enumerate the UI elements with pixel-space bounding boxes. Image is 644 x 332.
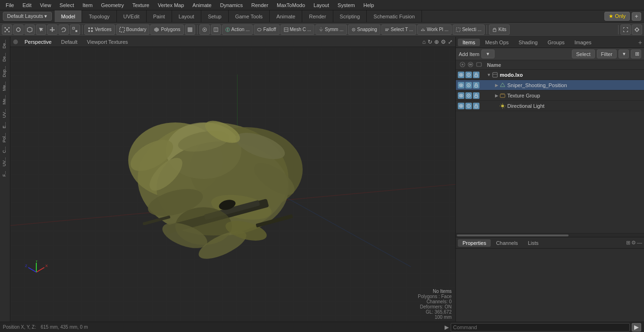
lock-icon-3[interactable]	[473, 103, 479, 109]
tab-groups[interactable]: Groups	[543, 39, 569, 46]
menu-animate[interactable]: Animate	[189, 1, 215, 9]
add-layout-button[interactable]: +	[632, 12, 641, 21]
menu-render[interactable]: Render	[248, 1, 272, 9]
viewport-textures-tab[interactable]: Viewport Textures	[84, 39, 131, 45]
expand-icon-0[interactable]: ▼	[486, 72, 492, 78]
menu-item[interactable]: Item	[79, 1, 96, 9]
tab-layout[interactable]: Layout	[172, 10, 201, 22]
toolbar-small-2[interactable]	[211, 24, 221, 35]
tab-properties[interactable]: Properties	[458, 239, 491, 247]
tab-images[interactable]: Images	[570, 39, 596, 46]
select-button[interactable]: Select	[572, 49, 595, 58]
viewport-nav-maximize[interactable]: ⤢	[448, 39, 453, 45]
symmetry-button[interactable]: Symm ...	[315, 24, 347, 35]
tab-model[interactable]: Model	[55, 10, 83, 22]
lock-icon-2[interactable]	[473, 92, 479, 99]
vertices-button[interactable]: Vertices	[84, 24, 115, 35]
toolbar-move-icon[interactable]	[47, 24, 58, 35]
viewport-options-button[interactable]	[632, 24, 642, 35]
workplane-button[interactable]: Work Pl ...	[417, 24, 452, 35]
item-row-3[interactable]: Directional Light	[456, 101, 644, 111]
sidebar-tab-pol[interactable]: Pol...	[1, 131, 9, 145]
toolbar-select-icon[interactable]	[36, 24, 46, 35]
lock-icon-1[interactable]	[473, 82, 479, 89]
menu-view[interactable]: View	[36, 1, 55, 9]
tab-items[interactable]: Items	[458, 39, 480, 46]
tab-mesh-ops[interactable]: Mesh Ops	[480, 39, 513, 46]
menu-texture[interactable]: Texture	[129, 1, 153, 9]
viewport-nav-zoom[interactable]: ⊕	[434, 39, 439, 45]
maximize-viewport-button[interactable]	[620, 24, 631, 35]
eye-icon-0[interactable]	[458, 72, 464, 78]
expand-icon-1[interactable]: ▶	[494, 82, 499, 88]
perspective-tab[interactable]: Perspective	[22, 39, 54, 45]
command-input[interactable]	[451, 323, 630, 332]
render-icon-3[interactable]	[465, 103, 472, 109]
action-button[interactable]: Action ...	[222, 24, 253, 35]
items-expand-button[interactable]: ⊞	[631, 49, 641, 58]
toolbar-small-1[interactable]	[199, 24, 210, 35]
viewport-3d[interactable]: No Items Polygons : Face Channels: 0 Def…	[10, 47, 455, 322]
item-row-0[interactable]: ▼ modo.lxo	[456, 70, 644, 80]
tab-setup[interactable]: Setup	[201, 10, 229, 22]
command-run-button[interactable]: ▶	[632, 323, 641, 332]
filter-button[interactable]: Filter	[597, 49, 617, 58]
toolbar-mode-1[interactable]	[2, 24, 12, 35]
menu-layout[interactable]: Layout	[310, 1, 333, 9]
toolbar-mode-3[interactable]	[25, 24, 35, 35]
menu-geometry[interactable]: Geometry	[97, 1, 127, 9]
tab-paint[interactable]: Paint	[147, 10, 172, 22]
render-icon-2[interactable]	[465, 92, 472, 99]
menu-system[interactable]: System	[334, 1, 359, 9]
sidebar-tab-f[interactable]: F...	[1, 169, 9, 178]
menu-file[interactable]: File	[2, 1, 18, 9]
star-only-button[interactable]: ★ Only	[604, 12, 630, 21]
sidebar-tab-uv2[interactable]: UV...	[1, 155, 9, 168]
sidebar-tab-me2[interactable]: Me...	[1, 93, 9, 106]
expand-props-button[interactable]: ⊞	[626, 240, 630, 246]
tab-gametools[interactable]: Game Tools	[229, 10, 270, 22]
tab-animate[interactable]: Animate	[270, 10, 302, 22]
items-options-button[interactable]: ▾	[619, 49, 629, 58]
viewport-nav-home[interactable]: ⌂	[422, 39, 426, 45]
tab-schematic-fusion[interactable]: Schematic Fusion	[367, 10, 421, 22]
sidebar-tab-de2[interactable]: De...	[1, 51, 9, 64]
tab-uvedit[interactable]: UVEdit	[117, 10, 147, 22]
render-icon-1[interactable]	[465, 82, 472, 89]
default-layouts-dropdown[interactable]: Default Layouts ▾	[3, 12, 52, 21]
sidebar-tab-dup[interactable]: Dup...	[1, 64, 9, 79]
default-tab[interactable]: Default	[58, 39, 80, 45]
tab-shading[interactable]: Shading	[514, 39, 542, 46]
menu-maxtomodo[interactable]: MaxToModo	[273, 1, 309, 9]
toolbar-rotate-icon[interactable]	[58, 24, 69, 35]
lock-icon-0[interactable]	[473, 72, 479, 78]
sidebar-tab-c[interactable]: C...	[1, 145, 9, 155]
snapping-button[interactable]: Snapping	[348, 24, 380, 35]
eye-icon-3[interactable]	[458, 103, 464, 109]
props-close-button[interactable]: —	[637, 240, 642, 246]
menu-select[interactable]: Select	[56, 1, 78, 9]
viewport-nav-options[interactable]: ⚙	[441, 39, 446, 45]
item-row-2[interactable]: ▶ Texture Group	[456, 90, 644, 101]
expand-icon-2[interactable]: ▶	[494, 93, 499, 98]
tab-render[interactable]: Render	[302, 10, 333, 22]
menu-dynamics[interactable]: Dynamics	[216, 1, 247, 9]
toolbar-scale-icon[interactable]	[70, 24, 80, 35]
select-type-button[interactable]: Select T ...	[381, 24, 416, 35]
viewport-nav-rotate[interactable]: ↻	[428, 39, 432, 45]
add-panel-tab-button[interactable]: +	[638, 39, 642, 46]
kits-button[interactable]: Kits	[489, 24, 510, 35]
falloff-button[interactable]: Falloff	[254, 24, 279, 35]
eye-icon-1[interactable]	[458, 82, 464, 89]
mesh-button[interactable]: Mesh C ...	[281, 24, 315, 35]
sidebar-tab-me1[interactable]: Me...	[1, 80, 9, 93]
add-item-dropdown[interactable]: ▾	[481, 49, 495, 58]
tab-scripting[interactable]: Scripting	[333, 10, 367, 22]
toolbar-mode-2[interactable]	[13, 24, 24, 35]
selection-button[interactable]: Selecti ...	[453, 24, 485, 35]
tab-topology[interactable]: Topology	[82, 10, 116, 22]
tab-channels[interactable]: Channels	[491, 239, 522, 247]
props-options-button[interactable]: ⚙	[631, 240, 636, 246]
sidebar-tab-de1[interactable]: De...	[1, 38, 9, 50]
tab-lists[interactable]: Lists	[523, 239, 544, 247]
